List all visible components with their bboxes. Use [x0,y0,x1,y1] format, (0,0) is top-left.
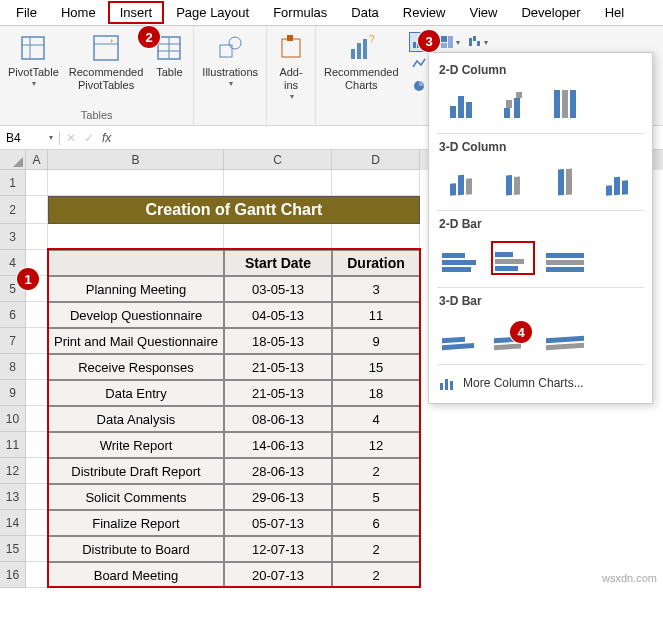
tab-view[interactable]: View [457,1,509,24]
tab-file[interactable]: File [4,1,49,24]
cell[interactable] [26,354,48,380]
start-date-cell[interactable]: 21-05-13 [224,380,332,406]
cell[interactable] [26,380,48,406]
3d-100-stacked-bar-thumb[interactable] [543,318,587,352]
duration-cell[interactable]: 4 [332,406,420,432]
cell[interactable] [224,224,332,250]
confirm-icon[interactable]: ✓ [84,131,94,145]
cell[interactable] [224,170,332,196]
duration-cell[interactable]: 6 [332,510,420,536]
cell[interactable] [332,224,420,250]
task-name-cell[interactable]: Solicit Comments [48,484,224,510]
start-date-cell[interactable]: 28-06-13 [224,458,332,484]
cell[interactable] [26,170,48,196]
cell[interactable] [48,170,224,196]
cell[interactable] [26,510,48,536]
tab-review[interactable]: Review [391,1,458,24]
start-date-cell[interactable]: 21-05-13 [224,354,332,380]
row-header[interactable]: 16 [0,562,26,588]
start-date-cell[interactable]: 12-07-13 [224,536,332,562]
clustered-bar-thumb[interactable] [439,241,483,275]
cell[interactable] [26,458,48,484]
start-date-cell[interactable]: 18-05-13 [224,328,332,354]
illustrations-button[interactable]: Illustrations ▾ [202,30,258,109]
3d-stacked-column-thumb[interactable] [491,164,535,198]
clustered-column-thumb[interactable] [439,87,483,121]
insert-waterfall-chart-button[interactable]: ▾ [465,32,491,52]
task-name-cell[interactable]: Write Report [48,432,224,458]
100-stacked-column-thumb[interactable] [543,87,587,121]
recommended-charts-button[interactable]: ? Recommended Charts [324,30,399,123]
3d-clustered-column-thumb[interactable] [439,164,483,198]
table-header-start-date[interactable]: Start Date [224,250,332,276]
duration-cell[interactable]: 15 [332,354,420,380]
cell[interactable] [26,432,48,458]
start-date-cell[interactable]: 05-07-13 [224,510,332,536]
tab-home[interactable]: Home [49,1,108,24]
100-stacked-bar-thumb[interactable] [543,241,587,275]
row-header[interactable]: 8 [0,354,26,380]
start-date-cell[interactable]: 04-05-13 [224,302,332,328]
cancel-icon[interactable]: ✕ [66,131,76,145]
sheet-title[interactable]: Creation of Gantt Chart [48,196,420,224]
more-column-charts[interactable]: More Column Charts... [429,367,652,399]
insert-hierarchy-chart-button[interactable]: ▾ [437,32,463,52]
duration-cell[interactable]: 2 [332,458,420,484]
cell[interactable] [26,328,48,354]
task-name-cell[interactable]: Receive Responses [48,354,224,380]
start-date-cell[interactable]: 29-06-13 [224,484,332,510]
duration-cell[interactable]: 5 [332,484,420,510]
tab-developer[interactable]: Developer [509,1,592,24]
row-header[interactable]: 2 [0,196,26,224]
duration-cell[interactable]: 3 [332,276,420,302]
fx-icon[interactable]: fx [102,131,111,145]
cell[interactable] [26,302,48,328]
table-header-task[interactable] [48,250,224,276]
start-date-cell[interactable]: 03-05-13 [224,276,332,302]
duration-cell[interactable]: 12 [332,432,420,458]
start-date-cell[interactable]: 14-06-13 [224,432,332,458]
start-date-cell[interactable]: 20-07-13 [224,562,332,588]
row-header[interactable]: 3 [0,224,26,250]
3d-100-stacked-column-thumb[interactable] [543,164,587,198]
stacked-column-thumb[interactable] [491,87,535,121]
task-name-cell[interactable]: Finalize Report [48,510,224,536]
row-header[interactable]: 1 [0,170,26,196]
col-header-A[interactable]: A [26,150,48,170]
duration-cell[interactable]: 9 [332,328,420,354]
col-header-B[interactable]: B [48,150,224,170]
recommended-pivot-button[interactable]: Recommended PivotTables [69,30,144,109]
row-header[interactable]: 11 [0,432,26,458]
task-name-cell[interactable]: Data Analysis [48,406,224,432]
task-name-cell[interactable]: Planning Meeting [48,276,224,302]
3d-column-thumb[interactable] [595,164,639,198]
col-header-D[interactable]: D [332,150,420,170]
row-header[interactable]: 15 [0,536,26,562]
row-header[interactable]: 14 [0,510,26,536]
task-name-cell[interactable]: Distribute to Board [48,536,224,562]
cell[interactable] [26,562,48,588]
tab-insert[interactable]: Insert [108,1,165,24]
stacked-bar-thumb[interactable] [491,241,535,275]
3d-clustered-bar-thumb[interactable] [439,318,483,352]
duration-cell[interactable]: 11 [332,302,420,328]
col-header-C[interactable]: C [224,150,332,170]
task-name-cell[interactable]: Develop Questionnaire [48,302,224,328]
pivot-table-button[interactable]: PivotTable ▾ [8,30,59,109]
row-header[interactable]: 12 [0,458,26,484]
cell[interactable] [26,224,48,250]
task-name-cell[interactable]: Print and Mail Questionnaire [48,328,224,354]
start-date-cell[interactable]: 08-06-13 [224,406,332,432]
task-name-cell[interactable]: Distribute Draft Report [48,458,224,484]
tab-data[interactable]: Data [339,1,390,24]
cell[interactable] [26,484,48,510]
row-header[interactable]: 7 [0,328,26,354]
row-header[interactable]: 6 [0,302,26,328]
cell[interactable] [26,406,48,432]
duration-cell[interactable]: 18 [332,380,420,406]
cell[interactable] [26,196,48,224]
row-header[interactable]: 13 [0,484,26,510]
row-header[interactable]: 9 [0,380,26,406]
cell[interactable] [332,170,420,196]
task-name-cell[interactable]: Board Meeting [48,562,224,588]
